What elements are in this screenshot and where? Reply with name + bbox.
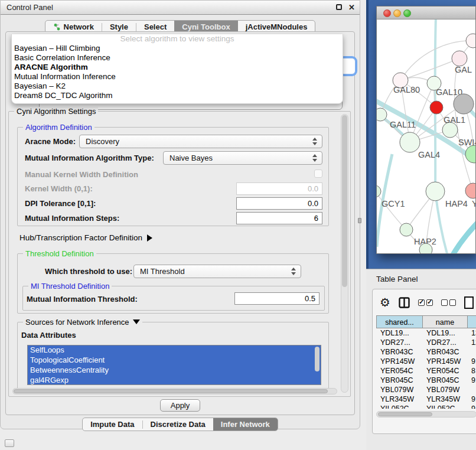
algorithm-option[interactable]: ARACNE Algorithm [12,63,343,72]
table-row[interactable]: YER054CYER054C8. [376,366,476,376]
table-cell: YDR27... [422,338,467,347]
node-table[interactable]: shared...nameA YDL19...YDL19...13YDR27..… [376,315,476,409]
aracne-mode-combobox[interactable]: Discovery [79,135,322,148]
gear-icon[interactable]: ⚙ [380,295,390,309]
table-cell: YDL19... [376,328,422,338]
table-row[interactable]: YLR345WYLR345W9. [376,394,476,404]
select-all-icon[interactable] [418,299,433,306]
node-label: GAL1 [444,115,465,125]
attribute-item[interactable]: gal4RGexp [28,376,321,385]
stepper-arrows-icon [291,268,296,275]
table-row[interactable]: YBR043CYBR043C [376,347,476,357]
tab-infer-network[interactable]: Infer Network [213,418,278,431]
table-panel-title: Table Panel [376,275,418,283]
control-panel-title: Control Panel [6,3,53,12]
column-header[interactable]: A [467,315,476,328]
algorithm-dropdown-list[interactable]: Select algorithm to view settings Bayesi… [11,34,343,104]
document-icon[interactable] [464,296,474,309]
table-row[interactable]: YDL19...YDL19...13 [376,328,476,338]
node-y[interactable] [465,183,475,198]
kernel-width-label: Kernel Width (0,1): [25,184,93,193]
node-swi4[interactable] [465,145,475,163]
close-traffic-light-icon[interactable] [383,9,391,17]
zoom-traffic-light-icon[interactable] [403,9,411,17]
table-cell: YDL19... [422,328,467,338]
settings-vertical-scrollbar[interactable] [341,114,348,393]
control-panel-window: Control Panel ✕ NetworkStyleSelectCyni T… [0,0,360,429]
which-threshold-combobox[interactable]: MI Threshold [133,265,301,278]
node[interactable] [419,243,432,253]
apply-button[interactable]: Apply [160,399,200,412]
node-gal4[interactable] [400,132,420,152]
table-cell: YIL052C [422,404,467,409]
attribute-item[interactable]: BetweennessCentrality [28,366,321,376]
node-label: HAP4 [445,199,468,208]
column-header[interactable]: name [422,315,467,328]
dpi-tolerance-field[interactable]: 0.0 [236,197,322,210]
table-row[interactable]: YIL052CYIL052C9 [376,404,476,409]
algorithm-option[interactable]: Basic Correlation Inference [12,53,343,63]
node[interactable] [454,94,474,114]
sources-group-title[interactable]: Sources for Network Inference [23,318,142,327]
sources-group: Sources for Network Inference Data Attri… [17,322,329,390]
table-row[interactable]: YPR145WYPR145W9. [376,357,476,366]
network-view-window[interactable]: GALGAL80GAL10GAL11GAL1SWI4GAL4GCY1HAP4YH… [376,6,476,254]
settings-horizontal-scrollbar[interactable] [12,388,337,394]
table-cell: YIL052C [376,404,422,409]
table-cell: 8. [467,366,476,376]
network-window-titlebar[interactable] [377,6,475,19]
deselect-all-icon[interactable] [441,299,456,306]
node-table-container: ⚙ shared...nameA YDL19...YDL19...13YDR27… [372,289,476,434]
list-vertical-scrollbar[interactable] [314,346,320,384]
mi-steps-label: Mutual Information Steps: [25,214,119,223]
control-panel-titlebar[interactable]: Control Panel ✕ [1,1,360,15]
network-graph[interactable]: GALGAL80GAL10GAL11GAL1SWI4GAL4GCY1HAP4YH… [377,19,475,253]
data-attributes-list[interactable]: SelfLoopsTopologicalCoefficientBetweenne… [27,345,321,385]
cyni-algorithm-settings-group: Cyni Algorithm Settings Algorithm Defini… [8,111,351,397]
node-hap2[interactable] [400,223,413,236]
table-panel: Table Panel ⚙ shared...nameA YDL19...YDL… [366,269,476,450]
docked-panel-icon[interactable] [5,439,14,447]
columns-icon[interactable] [399,297,410,308]
sources-group-label: Sources for Network Inference [25,318,129,327]
node-gcy1[interactable] [377,185,381,197]
mi-threshold-field[interactable]: 0.5 [234,292,319,305]
table-cell [467,385,476,394]
table-row[interactable]: YBL079WYBL079W [376,385,476,394]
attribute-item[interactable]: SelfLoops [28,345,321,356]
network-canvas[interactable]: GALGAL80GAL10GAL11GAL1SWI4GAL4GCY1HAP4YH… [366,0,476,269]
network-nodes[interactable]: GALGAL80GAL10GAL11GAL1SWI4GAL4GCY1HAP4YH… [377,34,475,253]
node-hap4[interactable] [426,182,445,201]
minimize-traffic-light-icon[interactable] [393,9,401,17]
node[interactable] [466,34,475,48]
float-window-icon[interactable] [336,4,342,10]
mi-steps-field[interactable]: 6 [236,212,322,224]
table-row[interactable]: YDR27...YDR27...12 [376,338,476,347]
hub-tf-section-toggle[interactable]: Hub/Transcription Factor Definition [19,233,152,242]
table-header-row[interactable]: shared...nameA [376,315,476,328]
algorithm-option[interactable]: Mutual Information Inference [12,72,343,81]
mi-threshold-group-title: MI Threshold Definition [28,282,112,291]
table-cell: YBR043C [376,347,422,357]
mi-algorithm-type-combobox[interactable]: Naive Bayes [163,151,322,165]
manual-kernel-width-checkbox[interactable] [314,169,322,178]
column-header[interactable]: shared... [376,315,422,328]
algorithm-option[interactable]: Dream8 DC_TDC Algorithm [12,91,343,100]
close-icon[interactable]: ✕ [348,2,355,13]
tab-discretize-data[interactable]: Discretize Data [143,418,213,431]
algorithm-option[interactable]: Bayesian – Hill Climbing [12,44,343,53]
table-cell: YBR045C [376,376,422,385]
settings-group-title: Cyni Algorithm Settings [14,107,98,116]
table-row[interactable]: YBR045CYBR045C9. [376,376,476,385]
table-horizontal-scrollbar[interactable] [376,411,476,418]
table-toolbar: ⚙ [380,294,476,311]
panel-splitter-handle[interactable] [358,218,361,223]
node-gal[interactable] [452,51,467,66]
node[interactable] [430,101,443,114]
node-label: GCY1 [382,199,405,208]
algorithm-option[interactable]: Bayesian – K2 [12,81,343,91]
stepper-arrows-icon [312,154,318,162]
tab-impute-data[interactable]: Impute Data [83,418,142,431]
attribute-item[interactable]: TopologicalCoefficient [28,356,321,366]
node-gal11[interactable] [377,108,387,121]
